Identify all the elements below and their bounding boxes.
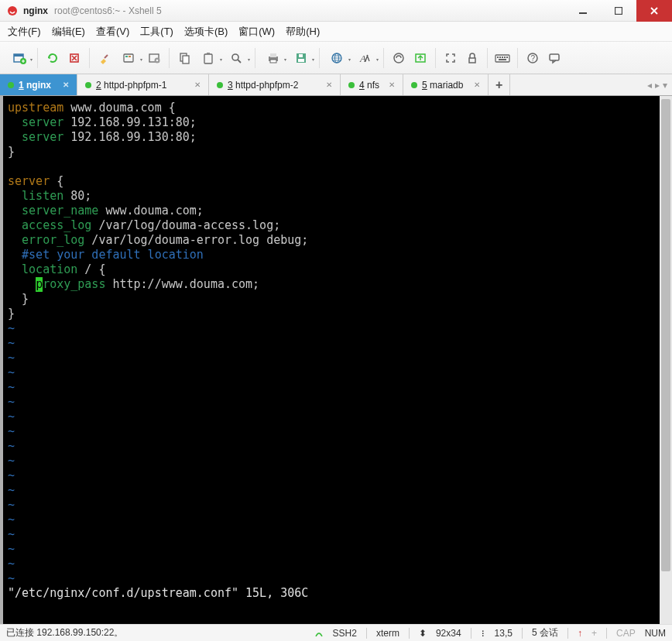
copy-icon[interactable] xyxy=(174,48,194,68)
svg-rect-16 xyxy=(207,53,210,55)
svg-text:?: ? xyxy=(531,54,536,63)
num-indicator: NUM xyxy=(645,628,666,639)
protocol: SSH2 xyxy=(333,628,357,639)
svg-rect-2 xyxy=(615,7,622,14)
session-tab-nfs[interactable]: 4 nfs ✕ xyxy=(341,74,403,95)
font-icon[interactable]: A ▾ xyxy=(352,48,379,68)
term-type: xterm xyxy=(376,628,399,639)
xagent-icon[interactable] xyxy=(389,48,409,68)
svg-rect-9 xyxy=(129,56,131,57)
menu-tools[interactable]: 工具(T) xyxy=(140,25,173,39)
status-separator xyxy=(409,628,410,639)
terminal-content: upstream www.douma.com { server 192.168.… xyxy=(8,101,667,601)
session-tab-httpd-phpfpm-2[interactable]: 3 httpd-phpfpm-2 ✕ xyxy=(209,74,341,95)
xftp-icon[interactable] xyxy=(410,48,430,68)
paste-icon[interactable]: ▾ xyxy=(196,48,222,68)
tabstrip: 1 nginx ✕ 2 httpd-phpfpm-1 ✕ 3 httpd-php… xyxy=(0,74,672,96)
window-title: nginx xyxy=(23,5,48,16)
save-icon[interactable]: ▾ xyxy=(288,48,314,68)
status-dot-icon xyxy=(348,82,355,88)
settings-icon[interactable] xyxy=(144,48,164,68)
status-separator xyxy=(522,628,523,639)
status-dot-icon xyxy=(217,82,223,88)
svg-rect-33 xyxy=(502,57,503,58)
svg-rect-29 xyxy=(469,58,475,63)
caps-indicator: CAP xyxy=(616,628,636,639)
tab-next-icon[interactable]: ▸ xyxy=(655,80,660,91)
tab-close-icon[interactable]: ✕ xyxy=(58,81,69,89)
search-icon[interactable]: ▾ xyxy=(224,48,250,68)
print-icon[interactable]: ▾ xyxy=(260,48,286,68)
maximize-button[interactable] xyxy=(601,0,636,22)
fullscreen-icon[interactable] xyxy=(441,48,461,68)
svg-point-0 xyxy=(8,6,17,15)
close-button[interactable] xyxy=(636,0,672,22)
globe-icon[interactable]: ▾ xyxy=(324,48,351,68)
session-tab-httpd-phpfpm-1[interactable]: 2 httpd-phpfpm-1 ✕ xyxy=(77,74,209,95)
toolbar-separator xyxy=(169,48,170,68)
disconnect-icon[interactable] xyxy=(64,48,84,68)
menu-file[interactable]: 文件(F) xyxy=(8,25,41,39)
svg-rect-19 xyxy=(270,53,276,57)
status-separator xyxy=(567,628,568,639)
highlight-icon[interactable] xyxy=(94,48,115,68)
svg-rect-4 xyxy=(14,54,23,57)
menu-tabs[interactable]: 选项卡(B) xyxy=(184,25,228,39)
tab-prev-icon[interactable]: ◂ xyxy=(647,80,652,91)
minimize-button[interactable] xyxy=(565,0,601,22)
statusbar: 已连接 192.168.99.150:22。 SSH2 xterm ⬍ 92x3… xyxy=(0,624,672,641)
svg-rect-7 xyxy=(124,54,133,62)
window-buttons xyxy=(565,0,672,22)
session-tab-mariadb[interactable]: 5 mariadb ✕ xyxy=(403,74,489,95)
svg-text:A: A xyxy=(359,53,366,64)
terminal[interactable]: upstream www.douma.com { server 192.168.… xyxy=(0,96,672,624)
svg-rect-30 xyxy=(495,55,509,62)
tab-label: 5 mariadb xyxy=(422,80,463,91)
tab-close-icon[interactable]: ✕ xyxy=(384,81,395,89)
reconnect-icon[interactable] xyxy=(43,48,63,68)
status-dot-icon xyxy=(8,82,14,88)
session-tab-nginx[interactable]: 1 nginx ✕ xyxy=(0,74,77,95)
help-icon[interactable]: ? xyxy=(523,48,543,68)
load-value: 13,5 xyxy=(495,628,513,639)
scrollbar[interactable] xyxy=(660,96,672,624)
titlebar: nginx root@centos6:~ - Xshell 5 xyxy=(0,0,672,22)
app-icon xyxy=(6,5,19,17)
svg-point-12 xyxy=(156,59,159,61)
feedback-icon[interactable] xyxy=(544,48,564,68)
status-separator xyxy=(606,628,607,639)
menu-window[interactable]: 窗口(W) xyxy=(238,25,275,39)
tab-close-icon[interactable]: ✕ xyxy=(469,81,480,89)
menubar: 文件(F) 编辑(E) 查看(V) 工具(T) 选项卡(B) 窗口(W) 帮助(… xyxy=(0,22,672,42)
new-session-icon[interactable]: ▾ xyxy=(6,48,33,68)
tab-nav: ◂ ▸ ▾ xyxy=(643,74,672,95)
tab-list-icon[interactable]: ▾ xyxy=(663,80,667,91)
window-subtitle: root@centos6:~ - Xshell 5 xyxy=(54,5,162,16)
term-size: 92x34 xyxy=(436,628,461,639)
status-dot-icon xyxy=(411,82,417,88)
menu-view[interactable]: 查看(V) xyxy=(96,25,129,39)
status-separator xyxy=(366,628,367,639)
lock-icon[interactable] xyxy=(462,48,482,68)
toolbar-separator xyxy=(487,48,488,68)
tab-close-icon[interactable]: ✕ xyxy=(190,81,201,89)
toolbar-separator xyxy=(255,48,255,68)
menu-help[interactable]: 帮助(H) xyxy=(286,25,320,39)
palette-icon[interactable]: ▾ xyxy=(116,48,142,68)
toolbar-separator xyxy=(319,48,320,68)
toolbar-separator xyxy=(383,48,384,68)
tab-label: 3 httpd-phpfpm-2 xyxy=(228,80,298,91)
tab-close-icon[interactable]: ✕ xyxy=(321,81,332,89)
connection-status: 已连接 192.168.99.150:22。 xyxy=(6,626,123,639)
jump-icon[interactable] xyxy=(314,629,324,638)
keyboard-icon[interactable] xyxy=(492,48,513,68)
toolbar-separator xyxy=(517,48,518,68)
toolbar: ▾ ▾ ▾ ▾ ▾ ▾ ▾ A ▾ xyxy=(0,42,672,74)
tab-label: 1 nginx xyxy=(19,80,51,91)
scrollbar-thumb[interactable] xyxy=(661,99,670,571)
maximize-small-icon: ⬍ xyxy=(419,628,427,639)
menu-edit[interactable]: 编辑(E) xyxy=(52,25,85,39)
toolbar-separator xyxy=(37,48,38,68)
svg-rect-14 xyxy=(183,56,189,63)
new-tab-button[interactable]: + xyxy=(489,74,510,95)
